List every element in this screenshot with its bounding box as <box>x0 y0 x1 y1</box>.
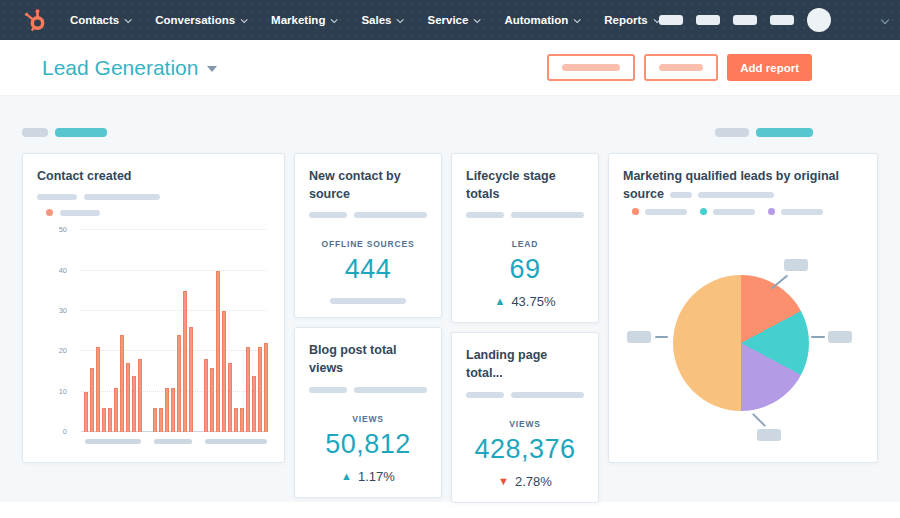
nav-item-label: Contacts <box>70 14 119 26</box>
pie-chart[interactable] <box>673 275 809 411</box>
nav-item-reports[interactable]: Reports <box>604 14 658 26</box>
nav-item-service[interactable]: Service <box>427 14 479 26</box>
nav-item-automation[interactable]: Automation <box>504 14 579 26</box>
skeleton-pill <box>309 387 347 393</box>
bar[interactable] <box>252 376 256 433</box>
user-avatar[interactable] <box>807 8 831 32</box>
bar[interactable] <box>171 388 175 432</box>
report-card-landing-page-total[interactable]: Landing page total... VIEWS 428,376 ▼ 2.… <box>451 332 599 502</box>
bar[interactable] <box>96 347 100 432</box>
pie-label-skeleton <box>757 429 781 441</box>
nav-item-conversations[interactable]: Conversations <box>155 14 246 26</box>
metric-delta: ▲ 1.17% <box>309 469 427 484</box>
skeleton-pill <box>698 192 774 198</box>
outline-placeholder-button-2[interactable] <box>644 54 718 81</box>
y-tick-label: 10 <box>59 387 67 396</box>
bar[interactable] <box>222 311 226 432</box>
outline-placeholder-button-1[interactable] <box>547 54 635 81</box>
button-label-placeholder <box>562 64 620 71</box>
skeleton-pill <box>37 194 77 200</box>
skeleton-pill <box>22 128 48 137</box>
chevron-down-icon[interactable] <box>881 16 889 24</box>
chevron-down-icon <box>331 16 338 23</box>
button-label-placeholder <box>659 64 703 71</box>
triangle-up-icon: ▲ <box>341 471 352 482</box>
legend-dot-icon <box>768 208 775 215</box>
metric-value: 50,812 <box>309 429 427 460</box>
report-card-contact-created[interactable]: Contact created 01020304050 <box>22 153 285 463</box>
skeleton-pill <box>330 298 406 304</box>
bar[interactable] <box>204 359 208 432</box>
navbar-tool-placeholder[interactable] <box>696 15 720 25</box>
header-actions: Add report <box>547 54 812 81</box>
pie-label-skeleton <box>627 331 651 343</box>
bar[interactable] <box>138 359 142 432</box>
metric-label: OFFLINE SOURCES <box>309 239 427 249</box>
skeleton-pill <box>309 212 347 218</box>
bar[interactable] <box>240 408 244 432</box>
chevron-down-icon <box>397 16 404 23</box>
nav-item-label: Reports <box>604 14 647 26</box>
chevron-down-icon <box>474 16 481 23</box>
skeleton-pill <box>354 387 427 393</box>
bar[interactable] <box>102 408 106 432</box>
legend-item <box>632 208 687 215</box>
bar-group <box>84 230 142 432</box>
bar[interactable] <box>183 291 187 432</box>
dashboard-body: Contact created 01020304050 New contact … <box>0 96 900 502</box>
legend-dot-icon <box>700 208 707 215</box>
bar[interactable] <box>90 368 94 433</box>
y-tick-label: 30 <box>59 306 67 315</box>
bar[interactable] <box>216 271 220 433</box>
hubspot-logo-icon[interactable] <box>22 7 48 33</box>
skeleton-pill <box>354 212 427 218</box>
bar[interactable] <box>264 343 268 432</box>
navbar-utilities <box>659 8 896 32</box>
bar[interactable] <box>177 335 181 432</box>
report-card-blog-post-total-views[interactable]: Blog post total views VIEWS 50,812 ▲ 1.1… <box>294 327 442 497</box>
add-report-button[interactable]: Add report <box>727 54 812 81</box>
bar-group <box>153 230 193 432</box>
bar[interactable] <box>120 335 124 432</box>
nav-item-marketing[interactable]: Marketing <box>271 14 336 26</box>
bar[interactable] <box>84 392 88 432</box>
bar[interactable] <box>108 408 112 432</box>
card-title: Contact created <box>37 167 270 185</box>
bar[interactable] <box>132 376 136 433</box>
bar[interactable] <box>159 408 163 432</box>
card-subtitle-skeleton <box>37 194 270 200</box>
bar[interactable] <box>234 408 238 432</box>
metric-delta: ▲ 43.75% <box>466 294 584 309</box>
report-card-new-contact-by-source[interactable]: New contact by source OFFLINE SOURCES 44… <box>294 153 442 318</box>
report-card-mql-by-original-source[interactable]: Marketing qualified leads by original so… <box>608 153 878 463</box>
caret-down-icon <box>207 66 217 72</box>
nav-item-contacts[interactable]: Contacts <box>70 14 130 26</box>
bar[interactable] <box>258 347 262 432</box>
skeleton-pill <box>55 128 107 137</box>
nav-item-label: Service <box>427 14 468 26</box>
skeleton-pill <box>511 392 584 398</box>
delta-value: 43.75% <box>511 294 555 309</box>
bar[interactable] <box>210 368 214 433</box>
bar[interactable] <box>246 347 250 432</box>
bar-y-axis: 01020304050 <box>37 230 75 432</box>
bar[interactable] <box>228 363 232 432</box>
nav-item-label: Conversations <box>155 14 235 26</box>
navbar-tool-placeholder[interactable] <box>659 15 683 25</box>
bar-group <box>204 230 268 432</box>
bar[interactable] <box>189 327 193 432</box>
legend-label-skeleton <box>60 210 100 216</box>
bar[interactable] <box>126 363 130 432</box>
skeleton-pill <box>715 128 749 137</box>
nav-item-sales[interactable]: Sales <box>361 14 402 26</box>
report-card-lifecycle-stage-totals[interactable]: Lifecycle stage totals LEAD 69 ▲ 43.75% <box>451 153 599 323</box>
bar[interactable] <box>165 388 169 432</box>
metric-label: VIEWS <box>466 419 584 429</box>
pie-chart-region <box>623 221 863 449</box>
navbar-tool-placeholder[interactable] <box>770 15 794 25</box>
dashboard-title-dropdown[interactable]: Lead Generation <box>42 56 217 80</box>
metric-value: 444 <box>309 254 427 285</box>
navbar-tool-placeholder[interactable] <box>733 15 757 25</box>
bar[interactable] <box>114 388 118 432</box>
bar[interactable] <box>153 408 157 432</box>
